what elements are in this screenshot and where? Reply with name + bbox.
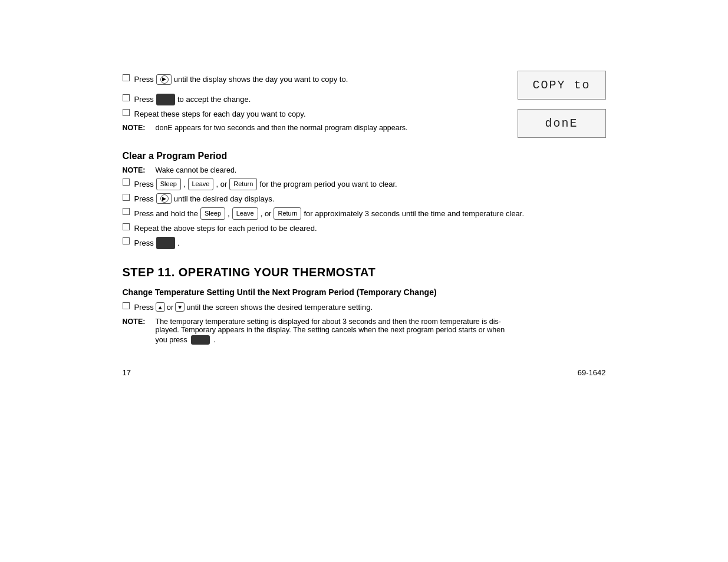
- note-wake: NOTE: Wake cannot be cleared.: [123, 166, 606, 174]
- page-content: Press ▶ until the display shows the day …: [99, 0, 630, 412]
- clear-bullet-3: Press and hold the Sleep, Leave, or Retu…: [123, 207, 606, 220]
- lcd-copy-to: COPY to: [518, 71, 606, 100]
- clear-cb-1: [123, 178, 130, 186]
- bullet-2-suffix: to accept the change.: [177, 94, 251, 105]
- lcd-done: donE: [518, 109, 606, 138]
- note-wake-label: NOTE:: [123, 166, 153, 174]
- clear-bullet-1: Press Sleep, Leave, or Return for the pr…: [123, 178, 606, 190]
- clear-bullet-5-content: Press .: [134, 237, 606, 249]
- accept-button-1[interactable]: [156, 94, 175, 106]
- clear-cb-2: [123, 194, 130, 201]
- clear-bullet-5: Press .: [123, 237, 606, 249]
- sleep-button[interactable]: Sleep: [156, 178, 181, 190]
- bullet-2-prefix: Press: [134, 94, 154, 105]
- clear-b1-suffix: for the program period you want to clear…: [259, 178, 397, 190]
- note-1-label: NOTE:: [123, 124, 153, 132]
- clear-cb-5: [123, 237, 130, 244]
- lcd-displays-1: COPY to donE: [518, 71, 606, 138]
- doc-number: 69-1642: [578, 368, 606, 377]
- clear-b3-suffix: for approximately 3 seconds until the ti…: [304, 208, 524, 220]
- note-temp-line1: The temporary temperature setting is dis…: [156, 318, 606, 326]
- checkbox-3: [123, 109, 130, 116]
- page-number: 17: [123, 368, 131, 377]
- temp-b1-suffix: until the screen shows the desired tempe…: [186, 302, 373, 313]
- temp-bullet-1-content: Press ▲ or ▼ until the screen shows the …: [134, 302, 606, 313]
- temp-bullet-1: Press ▲ or ▼ until the screen shows the …: [123, 302, 606, 313]
- note-1-text: donE appears for two seconds and then th…: [156, 124, 500, 132]
- bullet-row-3: Repeat these steps for each day you want…: [123, 108, 500, 120]
- clear-cb-3: [123, 208, 130, 215]
- copy-day-content: Press ▶ until the display shows the day …: [123, 71, 500, 135]
- clear-b2-prefix: Press: [134, 193, 154, 205]
- sleep-button-2[interactable]: Sleep: [200, 207, 225, 220]
- bullet-1-suffix: until the display shows the day you want…: [174, 74, 348, 85]
- clear-bullet-2-content: Press ▶ until the desired day displays.: [134, 193, 606, 205]
- or-text: or: [167, 302, 174, 313]
- return-button[interactable]: Return: [229, 178, 257, 190]
- checkbox-2: [123, 94, 130, 101]
- temp-change-subtitle: Change Temperature Setting Until the Nex…: [123, 287, 606, 297]
- note-wake-text: Wake cannot be cleared.: [156, 166, 606, 174]
- copy-day-section: Press ▶ until the display shows the day …: [123, 71, 606, 138]
- clear-bullet-3-content: Press and hold the Sleep, Leave, or Retu…: [134, 207, 606, 220]
- accept-button-3[interactable]: [191, 335, 210, 345]
- clear-b5-suffix: .: [177, 237, 180, 249]
- clear-b1-prefix: Press: [134, 178, 154, 190]
- note-1: NOTE: donE appears for two seconds and t…: [123, 124, 500, 132]
- clear-b3-prefix: Press and hold the: [134, 208, 198, 220]
- clear-bullet-4-content: Repeat the above steps for each period t…: [134, 223, 606, 234]
- temp-cb-1: [123, 302, 130, 309]
- temp-b1-prefix: Press: [134, 302, 154, 313]
- checkbox-1: [123, 74, 130, 81]
- leave-button-2[interactable]: Leave: [232, 207, 258, 220]
- clear-program-title: Clear a Program Period: [123, 151, 606, 161]
- bullet-1-prefix: Press: [134, 74, 154, 85]
- bullet-3-content: Repeat these steps for each day you want…: [134, 108, 500, 120]
- clear-bullet-1-content: Press Sleep, Leave, or Return for the pr…: [134, 178, 606, 190]
- arrow-icon-2: ▶: [160, 194, 169, 203]
- forward-button-2[interactable]: ▶: [156, 193, 172, 204]
- leave-button[interactable]: Leave: [188, 178, 214, 190]
- clear-b4-text: Repeat the above steps for each period t…: [134, 223, 317, 234]
- note-temp-line3: you press .: [156, 335, 606, 345]
- step-11-section: STEP 11. OPERATING YOUR THERMOSTAT Chang…: [123, 266, 606, 345]
- bullet-row-1: Press ▶ until the display shows the day …: [123, 74, 500, 85]
- up-button[interactable]: ▲: [156, 302, 165, 312]
- bullet-1-content: Press ▶ until the display shows the day …: [134, 74, 500, 85]
- note-temp-line3-prefix: you press: [156, 336, 187, 344]
- note-temp: NOTE: The temporary temperature setting …: [123, 318, 606, 345]
- down-button[interactable]: ▼: [175, 302, 185, 312]
- bullet-row-2: Press to accept the change.: [123, 94, 500, 106]
- forward-button-1[interactable]: ▶: [156, 74, 172, 85]
- return-button-2[interactable]: Return: [274, 207, 301, 220]
- clear-bullet-4: Repeat the above steps for each period t…: [123, 223, 606, 234]
- accept-button-2[interactable]: [156, 237, 175, 249]
- note-temp-line3-suffix: .: [213, 336, 215, 344]
- bullet-3-text: Repeat these steps for each day you want…: [134, 108, 306, 120]
- arrow-icon-1: ▶: [160, 75, 169, 84]
- clear-program-section: Clear a Program Period NOTE: Wake cannot…: [123, 151, 606, 249]
- page-footer: 17 69-1642: [123, 368, 606, 377]
- clear-b5-prefix: Press: [134, 237, 154, 249]
- note-temp-label: NOTE:: [123, 318, 153, 326]
- clear-cb-4: [123, 223, 130, 230]
- bullet-2-content: Press to accept the change.: [134, 94, 500, 106]
- step-11-title: STEP 11. OPERATING YOUR THERMOSTAT: [123, 266, 606, 279]
- note-temp-line2: played. Temporary appears in the display…: [156, 326, 606, 334]
- clear-b2-suffix: until the desired day displays.: [174, 193, 275, 205]
- clear-bullet-2: Press ▶ until the desired day displays.: [123, 193, 606, 205]
- note-temp-text: The temporary temperature setting is dis…: [156, 318, 606, 345]
